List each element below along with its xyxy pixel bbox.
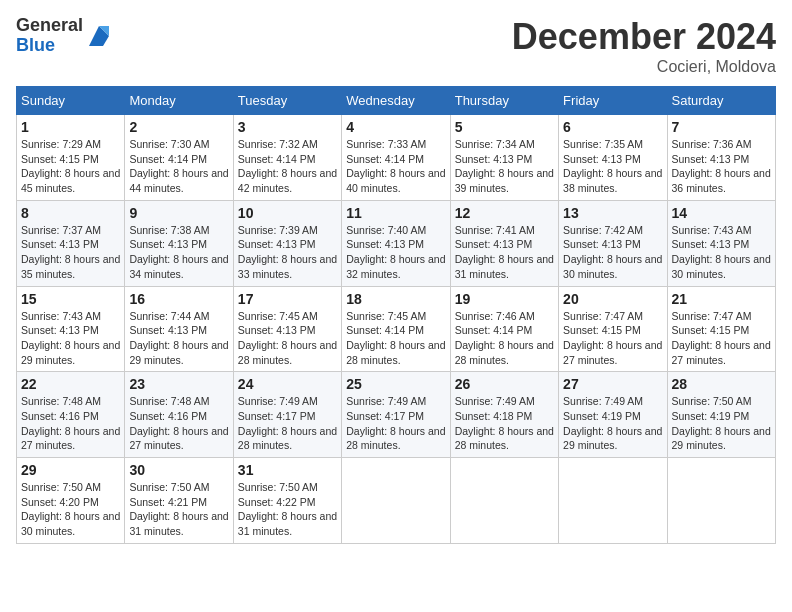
day-number: 25 [346,376,445,392]
calendar-cell: 3 Sunrise: 7:32 AM Sunset: 4:14 PM Dayli… [233,115,341,201]
day-number: 27 [563,376,662,392]
day-number: 12 [455,205,554,221]
calendar-cell: 27 Sunrise: 7:49 AM Sunset: 4:19 PM Dayl… [559,372,667,458]
calendar-cell: 4 Sunrise: 7:33 AM Sunset: 4:14 PM Dayli… [342,115,450,201]
day-info: Sunrise: 7:37 AM Sunset: 4:13 PM Dayligh… [21,223,120,282]
calendar-cell: 8 Sunrise: 7:37 AM Sunset: 4:13 PM Dayli… [17,200,125,286]
day-number: 18 [346,291,445,307]
day-info: Sunrise: 7:50 AM Sunset: 4:21 PM Dayligh… [129,480,228,539]
calendar-cell: 16 Sunrise: 7:44 AM Sunset: 4:13 PM Dayl… [125,286,233,372]
month-title: December 2024 [512,16,776,58]
day-number: 15 [21,291,120,307]
calendar-cell: 17 Sunrise: 7:45 AM Sunset: 4:13 PM Dayl… [233,286,341,372]
day-info: Sunrise: 7:30 AM Sunset: 4:14 PM Dayligh… [129,137,228,196]
day-info: Sunrise: 7:41 AM Sunset: 4:13 PM Dayligh… [455,223,554,282]
calendar-cell: 1 Sunrise: 7:29 AM Sunset: 4:15 PM Dayli… [17,115,125,201]
calendar-table: Sunday Monday Tuesday Wednesday Thursday… [16,86,776,544]
day-number: 29 [21,462,120,478]
day-info: Sunrise: 7:46 AM Sunset: 4:14 PM Dayligh… [455,309,554,368]
day-info: Sunrise: 7:36 AM Sunset: 4:13 PM Dayligh… [672,137,771,196]
calendar-cell [342,458,450,544]
day-number: 20 [563,291,662,307]
logo: General Blue [16,16,113,56]
logo-blue-text: Blue [16,35,55,55]
calendar-cell: 10 Sunrise: 7:39 AM Sunset: 4:13 PM Dayl… [233,200,341,286]
calendar-cell: 22 Sunrise: 7:48 AM Sunset: 4:16 PM Dayl… [17,372,125,458]
day-info: Sunrise: 7:49 AM Sunset: 4:19 PM Dayligh… [563,394,662,453]
calendar-cell: 12 Sunrise: 7:41 AM Sunset: 4:13 PM Dayl… [450,200,558,286]
day-number: 14 [672,205,771,221]
day-info: Sunrise: 7:45 AM Sunset: 4:13 PM Dayligh… [238,309,337,368]
day-info: Sunrise: 7:47 AM Sunset: 4:15 PM Dayligh… [563,309,662,368]
col-tuesday: Tuesday [233,87,341,115]
calendar-cell: 21 Sunrise: 7:47 AM Sunset: 4:15 PM Dayl… [667,286,775,372]
calendar-cell: 18 Sunrise: 7:45 AM Sunset: 4:14 PM Dayl… [342,286,450,372]
day-number: 21 [672,291,771,307]
calendar-cell: 26 Sunrise: 7:49 AM Sunset: 4:18 PM Dayl… [450,372,558,458]
col-friday: Friday [559,87,667,115]
day-number: 1 [21,119,120,135]
day-number: 8 [21,205,120,221]
day-number: 2 [129,119,228,135]
day-number: 5 [455,119,554,135]
day-info: Sunrise: 7:50 AM Sunset: 4:19 PM Dayligh… [672,394,771,453]
logo-icon [85,22,113,50]
day-info: Sunrise: 7:42 AM Sunset: 4:13 PM Dayligh… [563,223,662,282]
day-number: 16 [129,291,228,307]
col-saturday: Saturday [667,87,775,115]
day-info: Sunrise: 7:43 AM Sunset: 4:13 PM Dayligh… [672,223,771,282]
day-info: Sunrise: 7:33 AM Sunset: 4:14 PM Dayligh… [346,137,445,196]
calendar-cell: 20 Sunrise: 7:47 AM Sunset: 4:15 PM Dayl… [559,286,667,372]
day-number: 17 [238,291,337,307]
day-info: Sunrise: 7:49 AM Sunset: 4:17 PM Dayligh… [346,394,445,453]
calendar-cell: 15 Sunrise: 7:43 AM Sunset: 4:13 PM Dayl… [17,286,125,372]
calendar-cell: 11 Sunrise: 7:40 AM Sunset: 4:13 PM Dayl… [342,200,450,286]
calendar-cell: 9 Sunrise: 7:38 AM Sunset: 4:13 PM Dayli… [125,200,233,286]
calendar-cell: 2 Sunrise: 7:30 AM Sunset: 4:14 PM Dayli… [125,115,233,201]
day-number: 4 [346,119,445,135]
day-number: 7 [672,119,771,135]
calendar-cell: 6 Sunrise: 7:35 AM Sunset: 4:13 PM Dayli… [559,115,667,201]
day-number: 13 [563,205,662,221]
day-number: 19 [455,291,554,307]
col-sunday: Sunday [17,87,125,115]
day-info: Sunrise: 7:45 AM Sunset: 4:14 PM Dayligh… [346,309,445,368]
calendar-cell [450,458,558,544]
title-block: December 2024 Cocieri, Moldova [512,16,776,76]
day-info: Sunrise: 7:48 AM Sunset: 4:16 PM Dayligh… [21,394,120,453]
day-info: Sunrise: 7:39 AM Sunset: 4:13 PM Dayligh… [238,223,337,282]
calendar-week-row: 8 Sunrise: 7:37 AM Sunset: 4:13 PM Dayli… [17,200,776,286]
day-number: 31 [238,462,337,478]
calendar-cell: 31 Sunrise: 7:50 AM Sunset: 4:22 PM Dayl… [233,458,341,544]
calendar-cell: 14 Sunrise: 7:43 AM Sunset: 4:13 PM Dayl… [667,200,775,286]
calendar-cell: 30 Sunrise: 7:50 AM Sunset: 4:21 PM Dayl… [125,458,233,544]
calendar-cell: 29 Sunrise: 7:50 AM Sunset: 4:20 PM Dayl… [17,458,125,544]
day-info: Sunrise: 7:34 AM Sunset: 4:13 PM Dayligh… [455,137,554,196]
day-info: Sunrise: 7:43 AM Sunset: 4:13 PM Dayligh… [21,309,120,368]
day-number: 3 [238,119,337,135]
col-thursday: Thursday [450,87,558,115]
location-subtitle: Cocieri, Moldova [512,58,776,76]
day-info: Sunrise: 7:47 AM Sunset: 4:15 PM Dayligh… [672,309,771,368]
col-wednesday: Wednesday [342,87,450,115]
day-number: 24 [238,376,337,392]
calendar-week-row: 22 Sunrise: 7:48 AM Sunset: 4:16 PM Dayl… [17,372,776,458]
calendar-cell: 23 Sunrise: 7:48 AM Sunset: 4:16 PM Dayl… [125,372,233,458]
calendar-week-row: 29 Sunrise: 7:50 AM Sunset: 4:20 PM Dayl… [17,458,776,544]
day-info: Sunrise: 7:48 AM Sunset: 4:16 PM Dayligh… [129,394,228,453]
day-number: 6 [563,119,662,135]
page-header: General Blue December 2024 Cocieri, Mold… [16,16,776,76]
calendar-week-row: 1 Sunrise: 7:29 AM Sunset: 4:15 PM Dayli… [17,115,776,201]
calendar-week-row: 15 Sunrise: 7:43 AM Sunset: 4:13 PM Dayl… [17,286,776,372]
day-number: 23 [129,376,228,392]
day-number: 30 [129,462,228,478]
day-info: Sunrise: 7:50 AM Sunset: 4:20 PM Dayligh… [21,480,120,539]
calendar-cell: 7 Sunrise: 7:36 AM Sunset: 4:13 PM Dayli… [667,115,775,201]
day-info: Sunrise: 7:35 AM Sunset: 4:13 PM Dayligh… [563,137,662,196]
logo-general-text: General [16,15,83,35]
day-number: 22 [21,376,120,392]
calendar-cell: 28 Sunrise: 7:50 AM Sunset: 4:19 PM Dayl… [667,372,775,458]
col-monday: Monday [125,87,233,115]
calendar-cell [559,458,667,544]
day-info: Sunrise: 7:40 AM Sunset: 4:13 PM Dayligh… [346,223,445,282]
